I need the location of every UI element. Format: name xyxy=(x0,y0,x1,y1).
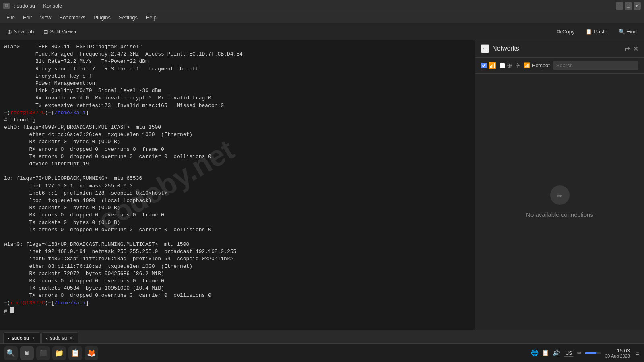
taskbar-terminal[interactable]: ⬛ xyxy=(36,346,50,360)
side-panel-filter: 📶 ⊕ ✈ 📶 Hotspot xyxy=(475,58,644,74)
volume-tray-icon[interactable]: 🔊 xyxy=(553,349,560,357)
prompt-line-1: ─ ( root @ 1337PC )─[ /home/kali ] xyxy=(4,109,471,117)
files-icon: 📁 xyxy=(55,349,64,358)
side-panel-title: Networks xyxy=(492,45,621,52)
search-icon: 🔍 xyxy=(6,349,15,358)
edit-icon-circle: ✏ xyxy=(550,185,570,205)
menu-view[interactable]: View xyxy=(37,14,54,21)
prompt-line-2: ─ ( root @ 1337PC )─[ /home/kali ] xyxy=(4,300,471,307)
find-icon: 🔍 xyxy=(619,29,625,35)
terminal[interactable]: codeby.net wlan0 IEEE 802.11 ESSID:"dejf… xyxy=(0,40,475,330)
browser-icon: 🦊 xyxy=(87,349,96,358)
app-icon: □ xyxy=(3,3,10,9)
airplane-icon: ✈ xyxy=(515,62,520,69)
side-panel-header-icons: ⇄ ✕ xyxy=(625,45,638,53)
airplane-filter[interactable]: ✈ xyxy=(515,62,520,69)
network-tray-icon[interactable]: 🌐 xyxy=(531,349,539,357)
copy-icon: ⧉ xyxy=(557,29,561,35)
language-indicator[interactable]: US xyxy=(564,350,574,357)
tab-bar: -: sudo su ✕ -: sudo su ✕ xyxy=(0,330,644,343)
wifi-checkbox[interactable] xyxy=(481,63,487,68)
window-title: -: sudo su — Konsole xyxy=(12,3,62,9)
taskbar-browser[interactable]: 🦊 xyxy=(85,346,98,360)
prompt-active-line: # xyxy=(4,307,471,315)
split-view-label: Split View xyxy=(50,29,73,35)
taskbar-right: 🌐 📋 🔊 US ⌨ 15:03 30 Aug 2023 🖥 xyxy=(531,348,640,358)
tab-1-close[interactable]: ✕ xyxy=(69,336,73,341)
back-button[interactable]: ← xyxy=(481,44,489,53)
clock[interactable]: 15:03 30 Aug 2023 xyxy=(605,348,630,358)
side-panel-body: ✏ No available connections xyxy=(475,74,644,330)
text-editor-icon: 📋 xyxy=(71,349,80,358)
taskbar: 🔍 🖥 ⬛ 📁 📋 🦊 🌐 📋 🔊 US ⌨ 15:03 30 Aug 2023… xyxy=(0,343,644,362)
tab-0[interactable]: -: sudo su ✕ xyxy=(3,332,41,343)
menu-help[interactable]: Help xyxy=(142,14,160,21)
new-tab-button[interactable]: ⊕ New Tab xyxy=(3,27,38,37)
copy-button[interactable]: ⧉ Copy xyxy=(553,27,578,37)
taskbar-progress-fill xyxy=(585,352,596,354)
keyboard-layout-icon[interactable]: ⌨ xyxy=(577,349,581,357)
screen-icon[interactable]: 🖥 xyxy=(634,350,640,357)
minimize-button[interactable]: ─ xyxy=(616,2,623,10)
wired-checkbox[interactable] xyxy=(500,63,505,68)
side-panel: ← Networks ⇄ ✕ 📶 ⊕ ✈ 📶 Hotspot xyxy=(475,40,644,330)
tab-1[interactable]: -: sudo su ✕ xyxy=(41,332,79,343)
maximize-button[interactable]: □ xyxy=(625,2,632,10)
date-display: 30 Aug 2023 xyxy=(605,354,630,358)
menu-bookmarks[interactable]: Bookmarks xyxy=(56,14,89,21)
taskbar-files[interactable]: 📁 xyxy=(52,346,66,360)
wired-icon: ⊕ xyxy=(507,62,512,69)
hotspot-button[interactable]: 📶 Hotspot xyxy=(524,62,550,68)
paste-icon: 📋 xyxy=(586,29,592,35)
new-tab-label: New Tab xyxy=(14,29,34,35)
hotspot-label: Hotspot xyxy=(532,62,550,68)
configure-button[interactable]: ⇄ xyxy=(625,45,630,53)
pencil-icon: ✏ xyxy=(557,190,562,201)
split-view-chevron: ▾ xyxy=(74,29,76,34)
menu-edit[interactable]: Edit xyxy=(20,14,35,21)
find-button[interactable]: 🔍 Find xyxy=(615,27,641,36)
terminal-cursor xyxy=(10,307,14,313)
menu-settings[interactable]: Settings xyxy=(116,14,141,21)
no-connections-label: No available connections xyxy=(526,211,593,218)
main-content: codeby.net wlan0 IEEE 802.11 ESSID:"dejf… xyxy=(0,40,644,330)
title-bar: □ -: sudo su — Konsole ─ □ ✕ xyxy=(0,0,644,12)
wired-filter-checkbox[interactable]: ⊕ xyxy=(500,62,512,69)
new-tab-icon: ⊕ xyxy=(7,29,12,35)
network-search-input[interactable] xyxy=(553,61,638,70)
paste-label: Paste xyxy=(594,29,607,35)
copy-label: Copy xyxy=(562,29,574,35)
time-display: 15:03 xyxy=(617,348,630,354)
taskbar-search[interactable]: 🔍 xyxy=(4,346,18,360)
prompt-cmd-line-1: # ifconfig xyxy=(4,117,471,124)
close-button[interactable]: ✕ xyxy=(634,2,641,10)
tab-1-label: -: sudo su xyxy=(46,335,67,341)
system-tray: 🌐 📋 🔊 US ⌨ xyxy=(531,349,581,357)
toolbar-right: ⧉ Copy 📋 Paste 🔍 Find xyxy=(553,27,641,37)
find-label: Find xyxy=(627,29,637,35)
taskbar-progress-bar xyxy=(585,352,601,354)
clipboard-tray-icon[interactable]: 📋 xyxy=(542,349,549,357)
terminal-icon: ⬛ xyxy=(40,350,47,356)
split-view-icon: ⊟ xyxy=(43,29,48,35)
terminal-output-wlan: wlan0 IEEE 802.11 ESSID:"dejfak_prisel" … xyxy=(4,43,471,109)
taskbar-text-editor[interactable]: 📋 xyxy=(68,346,82,360)
tab-0-close[interactable]: ✕ xyxy=(31,336,35,341)
window-controls[interactable]: ─ □ ✕ xyxy=(616,2,641,10)
side-panel-header: ← Networks ⇄ ✕ xyxy=(475,40,644,58)
menu-bar: File Edit View Bookmarks Plugins Setting… xyxy=(0,12,644,23)
tab-0-label: -: sudo su xyxy=(8,335,29,341)
title-bar-left: □ -: sudo su — Konsole xyxy=(3,3,62,9)
paste-button[interactable]: 📋 Paste xyxy=(582,27,611,36)
taskbar-desktop[interactable]: 🖥 xyxy=(20,346,34,360)
split-view-button[interactable]: ⊟ Split View ▾ xyxy=(39,27,80,37)
menu-plugins[interactable]: Plugins xyxy=(90,14,114,21)
wifi-icon: 📶 xyxy=(488,62,496,69)
menu-file[interactable]: File xyxy=(3,14,18,21)
wifi-hotspot-icon: 📶 xyxy=(524,62,530,68)
toolbar: ⊕ New Tab ⊟ Split View ▾ ⧉ Copy 📋 Paste … xyxy=(0,23,644,40)
desktop-icon: 🖥 xyxy=(24,350,30,356)
wifi-filter-checkbox[interactable]: 📶 xyxy=(481,62,496,69)
terminal-ifconfig-output: eth0: flags=4099<UP,BROADCAST,MULTICAST>… xyxy=(4,124,471,300)
close-panel-button[interactable]: ✕ xyxy=(633,45,638,53)
